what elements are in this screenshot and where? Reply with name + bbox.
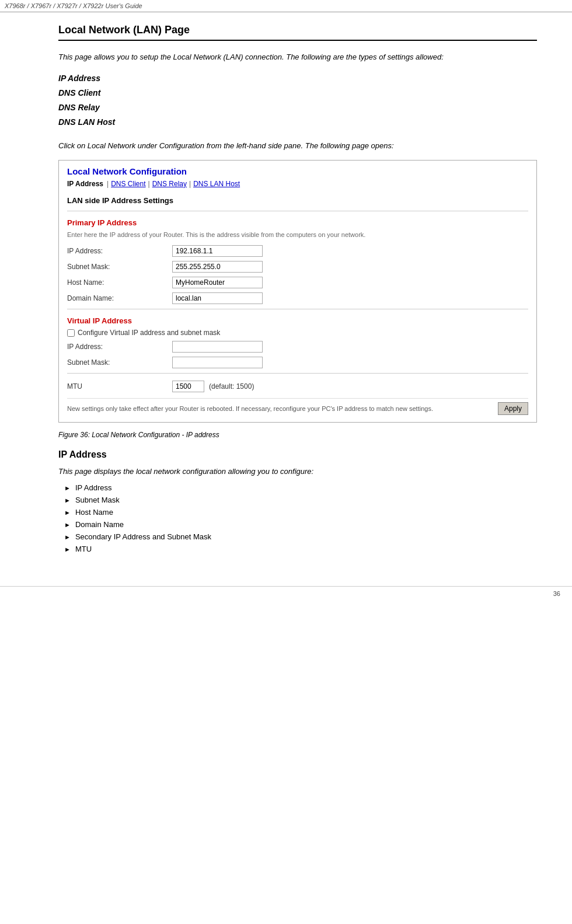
setting-types-list: IP Address DNS Client DNS Relay DNS LAN …: [58, 71, 537, 130]
tab-active: IP Address: [67, 180, 103, 188]
primary-ip-field-row-2: Host Name:: [67, 277, 528, 288]
bullet-item-0: ► IP Address: [64, 483, 537, 492]
bullet-arrow-0: ►: [64, 484, 71, 491]
virtual-ip-checkbox[interactable]: [67, 329, 75, 337]
page-header: X7968r / X7967r / X7927r / X7922r User's…: [0, 0, 572, 12]
virtual-ip-checkbox-row: Configure Virtual IP address and subnet …: [67, 329, 528, 337]
bullet-item-2: ► Host Name: [64, 508, 537, 517]
divider-3: [67, 373, 528, 374]
setting-type-3: DNS Relay: [58, 100, 537, 115]
tab-separator-3: |: [189, 180, 191, 188]
mtu-label: MTU: [67, 382, 172, 390]
virtual-ip-label: Virtual IP Address: [67, 316, 528, 325]
mtu-row: MTU (default: 1500): [67, 381, 528, 392]
virtual-ip-field-row-1: Subnet Mask:: [67, 357, 528, 368]
primary-ip-input-2[interactable]: [172, 277, 263, 288]
virtual-ip-input-0[interactable]: [172, 341, 263, 353]
primary-ip-section: Primary IP Address Enter here the IP add…: [67, 218, 528, 304]
ip-address-section: IP Address This page displays the local …: [58, 449, 537, 553]
virtual-ip-field-row-0: IP Address:: [67, 341, 528, 353]
primary-ip-input-3[interactable]: [172, 292, 263, 304]
mtu-default-text: (default: 1500): [209, 382, 254, 390]
section-label: LAN side IP Address Settings: [67, 196, 528, 205]
tab-separator-2: |: [148, 180, 150, 188]
primary-ip-label-3: Domain Name:: [67, 294, 172, 302]
bullet-arrow-1: ►: [64, 497, 71, 504]
primary-ip-field-row-1: Subnet Mask:: [67, 261, 528, 273]
primary-ip-label-0: IP Address:: [67, 247, 172, 255]
ip-address-heading: IP Address: [58, 449, 537, 460]
virtual-ip-label-1: Subnet Mask:: [67, 358, 172, 367]
divider-1: [67, 211, 528, 211]
virtual-ip-section: Virtual IP Address Configure Virtual IP …: [67, 316, 528, 368]
bullet-arrow-4: ►: [64, 534, 71, 541]
ip-address-intro: This page displays the local network con…: [58, 466, 537, 477]
screenshot-box: Local Network Configuration IP Address |…: [58, 160, 537, 423]
tab-dns-relay[interactable]: DNS Relay: [152, 180, 187, 188]
virtual-ip-input-1[interactable]: [172, 357, 263, 368]
tab-dns-lan-host[interactable]: DNS LAN Host: [193, 180, 240, 188]
bullet-item-1: ► Subnet Mask: [64, 496, 537, 504]
bullet-item-5: ► MTU: [64, 545, 537, 553]
primary-ip-label-1: Subnet Mask:: [67, 263, 172, 271]
bullet-arrow-5: ►: [64, 546, 71, 553]
click-instruction: Click on Local Network under Configurati…: [58, 140, 537, 152]
page-number: 36: [0, 586, 572, 601]
apply-button[interactable]: Apply: [498, 402, 528, 415]
bullet-item-3: ► Domain Name: [64, 520, 537, 529]
primary-ip-field-row-0: IP Address:: [67, 245, 528, 257]
bullet-arrow-3: ►: [64, 521, 71, 528]
bottom-note-text: New settings only take effect after your…: [67, 405, 492, 412]
page-title: Local Network (LAN) Page: [58, 24, 537, 41]
figure-caption: Figure 36: Local Network Configuration -…: [58, 431, 537, 439]
tab-separator-1: |: [107, 180, 109, 188]
primary-ip-field-row-3: Domain Name:: [67, 292, 528, 304]
tab-links: IP Address | DNS Client | DNS Relay | DN…: [67, 180, 528, 188]
setting-type-4: DNS LAN Host: [58, 115, 537, 130]
mtu-input[interactable]: [172, 381, 204, 392]
primary-ip-input-1[interactable]: [172, 261, 263, 273]
intro-text: This page allows you to setup the Local …: [58, 51, 537, 63]
primary-ip-input-0[interactable]: [172, 245, 263, 257]
primary-ip-description: Enter here the IP address of your Router…: [67, 231, 528, 239]
tab-dns-client[interactable]: DNS Client: [111, 180, 145, 188]
virtual-ip-checkbox-label: Configure Virtual IP address and subnet …: [78, 329, 220, 337]
setting-type-1: IP Address: [58, 71, 537, 86]
primary-ip-label-2: Host Name:: [67, 278, 172, 287]
setting-type-2: DNS Client: [58, 86, 537, 100]
bottom-note-row: New settings only take effect after your…: [67, 398, 528, 415]
bullet-arrow-2: ►: [64, 509, 71, 516]
config-title: Local Network Configuration: [67, 166, 528, 176]
bullet-item-4: ► Secondary IP Address and Subnet Mask: [64, 532, 537, 541]
virtual-ip-label-0: IP Address:: [67, 343, 172, 351]
primary-ip-label: Primary IP Address: [67, 218, 528, 227]
ip-address-bullets: ► IP Address ► Subnet Mask ► Host Name ►…: [64, 483, 537, 553]
divider-2: [67, 309, 528, 309]
